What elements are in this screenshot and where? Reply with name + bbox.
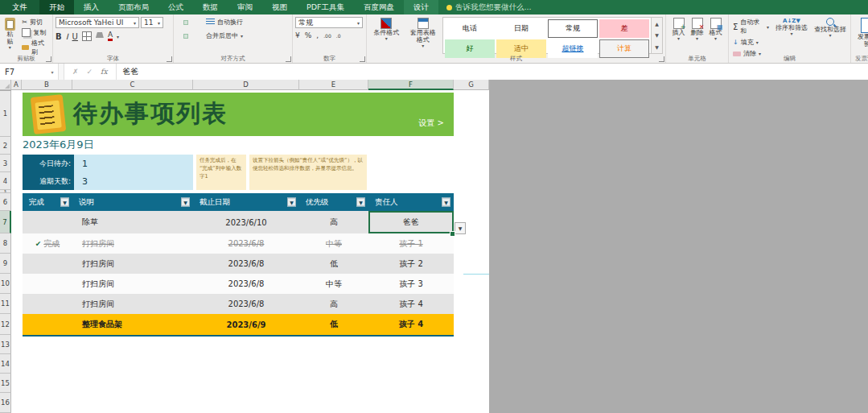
cell-description[interactable]: 打扫房间: [72, 274, 193, 294]
formula-bar-splitter[interactable]: [58, 64, 64, 80]
cell-priority[interactable]: 高: [299, 211, 368, 233]
tab-insert[interactable]: 插入: [74, 0, 109, 14]
cell-priority[interactable]: 低: [299, 254, 368, 274]
copy-button[interactable]: 复制: [20, 27, 50, 38]
column-header-A[interactable]: A: [11, 80, 22, 90]
tab-data[interactable]: 数据: [193, 0, 228, 14]
name-box-dropdown-icon[interactable]: ▾: [47, 64, 58, 80]
dialog-launcher-icon[interactable]: [167, 56, 172, 62]
cell-style-date[interactable]: 日期: [496, 19, 546, 38]
row-header-2[interactable]: 2: [0, 137, 11, 155]
cell-due-date[interactable]: 2023/6/8: [193, 254, 299, 274]
align-bottom-icon[interactable]: [191, 20, 195, 25]
worksheet[interactable]: 待办事项列表 设置 > 2023年6月9日 今日待办: 1 逾期天数: 3 任务…: [11, 90, 489, 413]
filter-icon[interactable]: ▼: [60, 198, 69, 207]
align-left-icon[interactable]: [176, 34, 181, 39]
tab-home[interactable]: 开始: [39, 0, 74, 14]
tab-pdf-tools[interactable]: PDF工具集: [297, 0, 354, 14]
filter-icon[interactable]: ▼: [181, 198, 190, 207]
row-header-15[interactable]: 15: [0, 374, 11, 393]
cell-person[interactable]: 孩子 1: [368, 233, 454, 254]
cell-style-phone[interactable]: 电话: [445, 19, 495, 38]
sort-filter-button[interactable]: A↓Z▼ 排序和筛选▾: [774, 17, 809, 54]
dialog-launcher-icon[interactable]: [286, 56, 291, 62]
stat-label-overdue[interactable]: 逾期天数:: [23, 172, 74, 190]
cell-person[interactable]: 孩子 4: [368, 314, 454, 335]
cell-description[interactable]: 除草: [72, 211, 193, 233]
font-color-icon[interactable]: A: [108, 31, 113, 41]
format-as-table-button[interactable]: 套用表格格式 ▾: [406, 17, 441, 54]
row-header-16[interactable]: 16: [0, 393, 11, 413]
row-header-3[interactable]: 3: [0, 155, 11, 172]
format-cells-button[interactable]: ▦ 格式▾: [708, 17, 724, 54]
cell-description[interactable]: 打扫房间: [72, 254, 193, 274]
row-header-12[interactable]: 12: [0, 314, 11, 335]
gallery-scroll-down-icon[interactable]: ▼: [655, 32, 659, 38]
cell-person[interactable]: 孩子 4: [368, 294, 454, 314]
cell-done[interactable]: [23, 254, 72, 274]
insert-function-icon[interactable]: fx: [101, 68, 107, 76]
wrap-text-button[interactable]: 自动换行: [204, 17, 245, 27]
tab-review[interactable]: 审阅: [228, 0, 262, 14]
row-header-13[interactable]: 13: [0, 335, 11, 354]
insert-cells-button[interactable]: + 插入▾: [671, 17, 687, 54]
filter-icon[interactable]: ▼: [356, 198, 365, 207]
cell-priority[interactable]: 中等: [299, 233, 368, 254]
filter-icon[interactable]: ▼: [442, 198, 450, 207]
bold-button[interactable]: B: [56, 32, 62, 41]
column-header-E[interactable]: E: [299, 80, 368, 90]
delete-cells-button[interactable]: × 删除▾: [689, 17, 706, 54]
cell-style-bad[interactable]: 差: [599, 19, 649, 38]
italic-button[interactable]: I: [66, 32, 68, 41]
data-validation-dropdown[interactable]: ▼: [455, 222, 466, 234]
name-box[interactable]: F7: [0, 64, 47, 80]
cancel-icon[interactable]: ✗: [72, 68, 79, 76]
align-center-icon[interactable]: [183, 34, 188, 39]
percent-format-icon[interactable]: %: [305, 31, 312, 39]
increase-decimal-icon[interactable]: .00: [323, 33, 331, 39]
enter-icon[interactable]: ✓: [87, 68, 93, 76]
number-format-combo[interactable]: 常规▾: [295, 17, 363, 28]
column-header-priority[interactable]: 优先级▼: [299, 193, 368, 211]
cell-done[interactable]: [23, 294, 72, 314]
cell-style-normal[interactable]: 常规: [548, 19, 598, 38]
cell-done[interactable]: ✔完成: [23, 233, 72, 254]
settings-link[interactable]: 设置 >: [418, 118, 444, 129]
tab-page-layout[interactable]: 页面布局: [109, 0, 158, 14]
cell-priority[interactable]: 中等: [299, 274, 368, 294]
stat-label-today[interactable]: 今日待办:: [23, 155, 74, 172]
select-all-corner[interactable]: [0, 80, 11, 90]
row-header-8[interactable]: 8: [0, 233, 11, 254]
row-header-4[interactable]: 4: [0, 172, 11, 190]
stat-value-today[interactable]: 1: [74, 155, 193, 172]
align-middle-icon[interactable]: [183, 20, 188, 25]
column-header-C[interactable]: C: [72, 80, 193, 90]
row-header-1[interactable]: 1: [0, 91, 11, 137]
merge-center-button[interactable]: 合并后居中▾: [204, 31, 245, 41]
tab-view[interactable]: 视图: [262, 0, 297, 14]
paste-button[interactable]: 粘贴 ▾: [2, 17, 17, 54]
stat-value-overdue[interactable]: 3: [74, 172, 193, 190]
tab-formulas[interactable]: 公式: [158, 0, 193, 14]
column-header-D[interactable]: D: [193, 80, 299, 90]
cell-due-date[interactable]: 2023/6/8: [193, 274, 299, 294]
cut-button[interactable]: ✂剪切: [20, 17, 50, 27]
column-header-due-date[interactable]: 截止日期▼: [193, 193, 299, 211]
cell-description[interactable]: 整理食品架: [72, 314, 193, 335]
cell-due-date[interactable]: 2023/6/8: [193, 294, 299, 314]
cell-due-date[interactable]: 2023/6/9: [193, 314, 299, 335]
align-right-icon[interactable]: [191, 34, 195, 39]
cell-description[interactable]: 打扫房间: [72, 294, 193, 314]
autosum-button[interactable]: Σ自动求和▾: [731, 17, 771, 36]
align-top-icon[interactable]: [176, 20, 181, 25]
row-header-10[interactable]: 10: [0, 274, 11, 294]
decrease-decimal-icon[interactable]: .0: [336, 33, 341, 39]
fill-color-icon[interactable]: [96, 32, 104, 40]
cell-priority[interactable]: 低: [299, 314, 368, 335]
font-name-combo[interactable]: Microsoft YaHei UI▾: [56, 17, 139, 28]
row-header-11[interactable]: 11: [0, 294, 11, 314]
cell-priority[interactable]: 高: [299, 294, 368, 314]
dialog-launcher-icon[interactable]: [659, 56, 664, 62]
selected-cell-F7[interactable]: 爸爸: [368, 211, 454, 233]
invoice-check-button[interactable]: 发票查验: [854, 17, 868, 48]
